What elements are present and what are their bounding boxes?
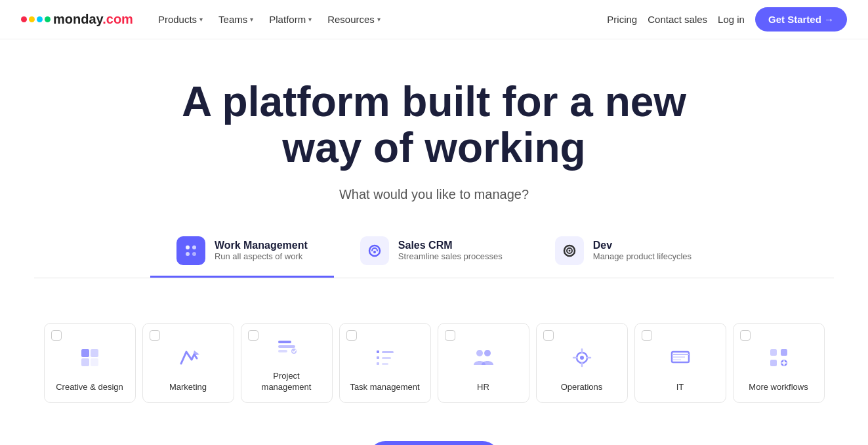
tab-sales-crm[interactable]: Sales CRM Streamline sales processes	[334, 226, 529, 278]
nav-item-resources[interactable]: Resources ▾	[321, 10, 387, 29]
svg-rect-16	[278, 350, 287, 352]
sales-crm-icon	[360, 236, 389, 265]
nav-items: Products ▾ Teams ▾ Platform ▾ Resources …	[152, 10, 387, 29]
card-more-workflows[interactable]: More workflows	[733, 323, 825, 403]
tab-crm-title: Sales CRM	[398, 240, 503, 251]
nav-item-platform[interactable]: Platform ▾	[262, 10, 318, 29]
card-creative-design[interactable]: Creative & design	[44, 323, 136, 403]
product-tabs: Work Management Run all aspects of work …	[13, 226, 855, 278]
logo-dot-yellow	[29, 16, 35, 22]
logo-dot-red	[21, 16, 27, 22]
svg-point-8	[568, 249, 570, 251]
svg-rect-10	[91, 349, 98, 357]
cta-section: Get Started → No credit card needed ✦ Un…	[0, 421, 868, 445]
dev-icon	[555, 236, 584, 265]
nav-contact-sales[interactable]: Contact sales	[648, 14, 707, 25]
task-management-icon	[373, 345, 398, 375]
svg-rect-37	[781, 349, 787, 356]
operations-icon	[569, 345, 594, 375]
card-checkbox[interactable]	[248, 330, 258, 341]
tab-dev-subtitle: Manage product lifecycles	[593, 251, 692, 261]
nav-item-teams[interactable]: Teams ▾	[212, 10, 260, 29]
card-label: HR	[477, 382, 489, 393]
chevron-down-icon: ▾	[199, 16, 203, 23]
chevron-down-icon: ▾	[308, 16, 312, 23]
chevron-down-icon: ▾	[377, 16, 381, 23]
logo-dot-green	[45, 16, 51, 22]
svg-rect-23	[382, 363, 388, 365]
svg-rect-20	[377, 356, 379, 359]
card-label: Creative & design	[56, 382, 123, 393]
card-label: Project management	[248, 371, 325, 393]
svg-point-1	[192, 245, 196, 249]
card-label: Marketing	[169, 382, 207, 393]
hr-icon	[471, 345, 496, 375]
tab-dev-title: Dev	[593, 240, 692, 251]
logo[interactable]: monday.com	[21, 12, 133, 27]
logo-dot-blue	[37, 16, 43, 22]
card-project-management[interactable]: Project management	[241, 323, 333, 403]
dev-text: Dev Manage product lifecycles	[593, 240, 692, 261]
svg-point-2	[186, 252, 190, 256]
navbar: monday.com Products ▾ Teams ▾ Platform ▾…	[0, 0, 868, 39]
card-checkbox[interactable]	[150, 330, 160, 341]
hero-headline: A platform built for a new way of workin…	[172, 79, 697, 171]
cta-get-started-button[interactable]: Get Started →	[368, 441, 499, 445]
svg-rect-22	[377, 362, 379, 365]
svg-point-24	[476, 350, 483, 356]
nav-item-products[interactable]: Products ▾	[152, 10, 209, 29]
card-checkbox[interactable]	[642, 330, 652, 341]
tab-work-management[interactable]: Work Management Run all aspects of work	[150, 226, 334, 278]
more-workflows-icon	[766, 345, 791, 375]
tab-crm-subtitle: Streamline sales processes	[398, 251, 503, 261]
nav-pricing[interactable]: Pricing	[607, 14, 637, 25]
tab-wm-subtitle: Run all aspects of work	[215, 251, 308, 261]
card-checkbox[interactable]	[51, 330, 62, 341]
card-label: More workflows	[749, 382, 808, 393]
project-management-icon	[274, 334, 299, 364]
svg-rect-19	[382, 351, 394, 353]
card-marketing[interactable]: Marketing	[142, 323, 234, 403]
svg-rect-9	[81, 349, 89, 357]
work-management-text: Work Management Run all aspects of work	[215, 240, 308, 261]
svg-rect-14	[278, 341, 291, 343]
it-icon	[668, 345, 693, 375]
svg-rect-12	[91, 358, 98, 366]
nav-get-started-button[interactable]: Get Started →	[755, 7, 847, 32]
card-label: Task management	[350, 382, 419, 393]
card-checkbox[interactable]	[445, 330, 455, 341]
marketing-icon	[176, 345, 201, 375]
svg-point-3	[192, 252, 196, 256]
creative-design-icon	[77, 345, 102, 375]
svg-rect-18	[377, 350, 379, 353]
card-checkbox[interactable]	[346, 330, 357, 341]
card-hr[interactable]: HR	[438, 323, 529, 403]
tab-wm-title: Work Management	[215, 240, 308, 251]
hero-section: A platform built for a new way of workin…	[0, 39, 868, 305]
svg-point-5	[373, 251, 376, 253]
tabs-divider	[34, 278, 834, 278]
logo-dots	[21, 16, 51, 22]
card-checkbox[interactable]	[543, 330, 554, 341]
svg-point-27	[580, 356, 584, 360]
workflow-section: Creative & design Marketing	[0, 305, 868, 421]
svg-rect-15	[278, 345, 295, 348]
work-management-icon	[176, 236, 205, 265]
card-operations[interactable]: Operations	[536, 323, 628, 403]
svg-rect-36	[770, 349, 777, 356]
workflow-cards: Creative & design Marketing	[21, 323, 847, 403]
tab-dev[interactable]: Dev Manage product lifecycles	[529, 226, 718, 278]
card-task-management[interactable]: Task management	[339, 323, 431, 403]
svg-rect-11	[81, 358, 89, 366]
svg-point-0	[186, 245, 190, 249]
hero-subheadline: What would you like to manage?	[13, 187, 855, 202]
svg-rect-21	[382, 357, 391, 359]
svg-point-17	[291, 349, 297, 354]
nav-login[interactable]: Log in	[718, 14, 745, 25]
card-it[interactable]: IT	[634, 323, 726, 403]
svg-marker-13	[193, 350, 199, 356]
crm-text: Sales CRM Streamline sales processes	[398, 240, 503, 261]
card-checkbox[interactable]	[740, 330, 751, 341]
card-label: IT	[676, 382, 684, 393]
chevron-down-icon: ▾	[250, 16, 253, 23]
